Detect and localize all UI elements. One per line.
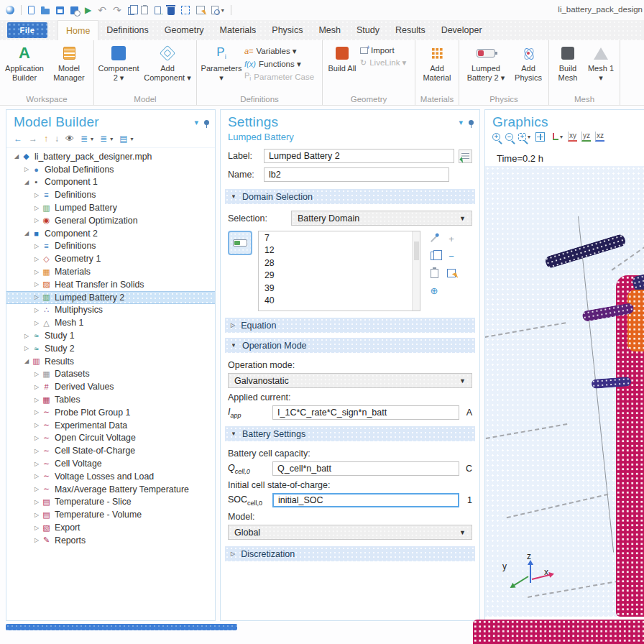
active-selection-toggle[interactable] (228, 231, 252, 255)
expand-icon[interactable]: ▷ (32, 320, 41, 326)
tree-item[interactable]: ▷▦Datasets (6, 368, 215, 381)
tree-item[interactable]: ▷◇Geometry 1 (6, 252, 215, 265)
collapse-icon[interactable]: ◢ (22, 230, 31, 236)
tree-item[interactable]: ▷▦Tables (6, 393, 215, 406)
save-search-icon[interactable] (70, 6, 78, 14)
ribbon-tab-mesh[interactable]: Mesh (310, 22, 349, 39)
nav-back-icon[interactable]: ← (14, 134, 22, 144)
tree-item[interactable]: ▷∼Probe Plot Group 1 (6, 406, 215, 419)
ribbon-tab-physics[interactable]: Physics (264, 22, 310, 39)
expand-icon[interactable]: ▷ (32, 499, 41, 505)
model-builder-scrollbar[interactable] (6, 624, 237, 630)
tree-item[interactable]: ▷≡Definitions (6, 188, 215, 201)
ribbon-tab-study[interactable]: Study (349, 22, 387, 39)
tree-item[interactable]: ▷▧Export (6, 521, 215, 534)
expand-icon[interactable]: ▷ (32, 448, 41, 454)
paint-selection-icon[interactable] (447, 269, 456, 277)
expand-icon[interactable]: ▷ (32, 281, 41, 288)
tree-item[interactable]: ▷∼Experimental Data (6, 419, 215, 432)
add-component-button[interactable]: Add Component ▾ (142, 42, 193, 83)
functions-button[interactable]: f(x) Functions ▾ (244, 59, 319, 69)
section-battery-settings[interactable]: ▼ Battery Settings (225, 426, 475, 441)
copy-selection-icon[interactable] (431, 252, 438, 260)
tree-item[interactable]: ▷▤Temperature - Volume (6, 508, 215, 521)
save-icon[interactable] (56, 6, 64, 14)
chevron-down-icon[interactable]: ▾ (560, 134, 563, 140)
chevron-down-icon[interactable]: ▾ (110, 136, 113, 142)
selection-entity[interactable]: 7 (259, 231, 420, 244)
panel-menu-icon[interactable]: ▾ (194, 118, 198, 127)
expand-icon[interactable]: ▷ (32, 397, 41, 403)
tree-item[interactable]: ▷▤Temperature - Slice (6, 496, 215, 509)
copy-icon[interactable] (128, 7, 134, 15)
pin-icon[interactable] (204, 120, 209, 125)
expand-icon[interactable]: ▷ (32, 512, 41, 518)
expand-icon[interactable]: ▷ (32, 435, 41, 441)
tree-item[interactable]: ▷▨Heat Transfer in Solids (6, 278, 215, 291)
tree-item[interactable]: ▷∼Cell Voltage (6, 457, 215, 470)
model-manager-button[interactable]: Model Manager (47, 42, 91, 83)
sort-options-icon[interactable]: ≣ (100, 134, 107, 144)
paste-selection-icon[interactable] (431, 269, 438, 278)
expand-icon[interactable]: ▷ (32, 486, 41, 492)
expand-icon[interactable]: ▷ (32, 409, 41, 415)
tree-item[interactable]: ▷✎Reports (6, 534, 215, 547)
variables-button[interactable]: a= Variables ▾ (244, 46, 319, 56)
go-to-view-icon[interactable] (550, 132, 558, 141)
selection-entity[interactable]: 28 (259, 257, 420, 270)
zoom-box-icon[interactable]: + (518, 133, 526, 141)
import-button[interactable]: Import (360, 46, 412, 55)
open-icon[interactable] (41, 9, 50, 14)
tree-item[interactable]: ▷∼Voltage Losses and Load (6, 470, 215, 483)
section-operation-mode[interactable]: ▼ Operation Mode (225, 338, 475, 353)
operation-mode-dropdown[interactable]: Galvanostatic ▼ (228, 373, 472, 388)
selection-entity[interactable]: 40 (259, 295, 420, 308)
collapse-icon[interactable]: ◢ (22, 358, 31, 364)
expand-icon[interactable]: ▷ (32, 243, 41, 249)
ribbon-tab-materials[interactable]: Materials (212, 22, 264, 39)
new-file-icon[interactable] (28, 6, 34, 14)
file-button[interactable]: File (7, 22, 47, 38)
tree-item[interactable]: ▷▥Lumped Battery 2 (6, 291, 215, 304)
show-options-icon[interactable]: 👁 (65, 134, 74, 144)
chevron-down-icon[interactable]: ▾ (221, 7, 224, 14)
model-dropdown[interactable]: Global ▼ (228, 525, 472, 540)
add-physics-button[interactable]: Add Physics (511, 42, 546, 83)
section-domain-selection[interactable]: ▼ Domain Selection (225, 189, 475, 204)
ribbon-tab-home[interactable]: Home (58, 20, 98, 40)
create-selection-icon[interactable] (431, 235, 438, 242)
go-to-node-button[interactable] (459, 150, 472, 163)
selection-list-scrollbar[interactable] (412, 231, 420, 310)
node-text-options-icon[interactable]: ≣ (80, 134, 88, 144)
capacity-input[interactable]: Q_cell*n_batt (272, 461, 459, 476)
expand-icon[interactable]: ▷ (32, 294, 41, 300)
build-all-button[interactable]: Build All (326, 42, 359, 73)
undo-icon[interactable]: ↶ (98, 5, 106, 15)
expand-icon[interactable]: ▷ (32, 371, 41, 377)
parameter-case-button[interactable]: Pi Parameter Case (244, 72, 319, 82)
section-equation[interactable]: ▷ Equation (225, 318, 475, 333)
nav-forward-icon[interactable]: → (29, 134, 37, 144)
livelink-button[interactable]: ↻ LiveLink ▾ (360, 58, 412, 68)
tree-item[interactable]: ▷≈Study 1 (6, 329, 215, 342)
selection-entity[interactable]: 12 (259, 244, 420, 257)
ribbon-tab-developer[interactable]: Developer (433, 22, 490, 39)
remove-from-selection-icon[interactable]: − (443, 248, 459, 264)
view-xy-button[interactable]: xy (568, 132, 577, 142)
expand-icon[interactable]: ▷ (32, 269, 41, 275)
duplicate-icon[interactable] (155, 6, 161, 14)
add-to-selection-icon[interactable]: + (443, 231, 459, 247)
tree-item[interactable]: ▷#Derived Values (6, 380, 215, 393)
tree-item[interactable]: ▷∼Open Circuit Voltage (6, 432, 215, 445)
view-yz-button[interactable]: yz (581, 132, 591, 142)
view-xz-button[interactable]: xz (595, 132, 604, 142)
redo-icon[interactable]: ↷ (113, 5, 121, 15)
label-input[interactable]: Lumped Battery 2 (264, 149, 454, 163)
expand-icon[interactable]: ▷ (32, 217, 41, 224)
select-box-icon[interactable] (181, 6, 190, 14)
zoom-extents-icon[interactable] (535, 132, 545, 142)
name-input[interactable]: lb2 (264, 167, 449, 182)
expand-icon[interactable]: ▷ (32, 461, 41, 467)
tree-item[interactable]: ◢▥Results (6, 355, 215, 368)
mesh-1-button[interactable]: Mesh 1 ▾ (585, 42, 617, 83)
